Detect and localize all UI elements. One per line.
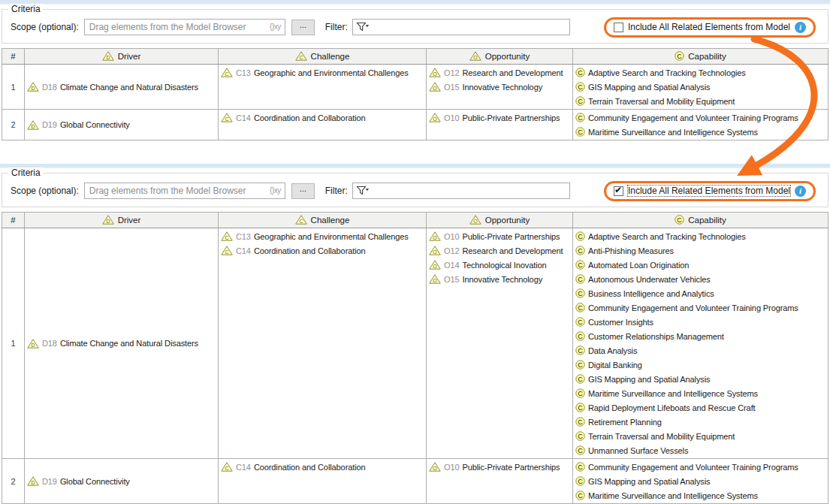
element-id: C14	[236, 113, 251, 122]
capability-item[interactable]: CGIS Mapping and Spatial Analysis	[575, 372, 825, 386]
element-id: O10	[444, 113, 460, 122]
challenge-item[interactable]: CC14Coordination and Collaboration	[221, 243, 424, 258]
row-number-cell[interactable]: 1	[2, 228, 25, 459]
opportunity-item[interactable]: OO10Public-Private Partnerships	[429, 229, 570, 243]
capability-item[interactable]: CMaritime Surveillance and Intelligence …	[575, 488, 825, 502]
opportunity-item[interactable]: OO10Public-Private Partnerships	[429, 460, 570, 474]
svg-text:O: O	[473, 55, 478, 60]
window-edge-strip	[0, 164, 830, 168]
filter-funnel-icon[interactable]	[356, 22, 370, 35]
capability-item[interactable]: CCustomer Relationships Management	[575, 329, 825, 343]
capability-item[interactable]: CTerrain Traversal and Mobility Equipmen…	[575, 429, 825, 443]
driver-item[interactable]: DD18Climate Change and Natural Disasters	[27, 337, 216, 351]
svg-text:C: C	[578, 261, 583, 269]
svg-text:C: C	[225, 235, 229, 240]
driver-item[interactable]: DD19Global Connectivity	[27, 474, 216, 488]
opportunity-item[interactable]: OO10Public-Private Partnerships	[429, 110, 570, 125]
capability-item[interactable]: CAutonomous Underwater Vehicles	[575, 272, 825, 286]
challenge-item[interactable]: CC14Coordination and Collaboration	[221, 110, 424, 125]
svg-text:C: C	[678, 216, 683, 223]
driver-item[interactable]: DD18Climate Change and Natural Disasters	[27, 80, 216, 94]
scope-input[interactable]	[84, 19, 285, 35]
capability-item[interactable]: CUnmanned Surface Vessels	[575, 443, 825, 457]
svg-text:C: C	[225, 466, 229, 471]
svg-text:C: C	[578, 318, 583, 326]
svg-text:C: C	[225, 249, 229, 255]
element-name: Terrain Traversal and Mobility Equipment	[588, 432, 735, 441]
challenge-item[interactable]: CC14Coordination and Collaboration	[221, 460, 424, 474]
capability-icon: C	[575, 288, 585, 298]
capability-item[interactable]: CBusiness Intelligence and Analytics	[575, 286, 825, 300]
svg-text:C: C	[578, 233, 583, 240]
include-checkbox-label[interactable]: Include All Related Elements from Model	[628, 22, 790, 32]
capability-item[interactable]: CAnti-Phishing Measures	[575, 243, 825, 258]
info-icon[interactable]: i	[795, 22, 806, 33]
element-name: Community Engagement and Volunteer Train…	[588, 303, 798, 312]
driver-cell: DD18Climate Change and Natural Disasters	[25, 65, 219, 110]
element-id: O12	[444, 68, 460, 77]
capability-icon: C	[575, 490, 585, 500]
opportunity-item[interactable]: OO14Technological Inovation	[429, 258, 570, 272]
svg-text:O: O	[433, 71, 437, 77]
row-number-cell[interactable]: 2	[2, 110, 25, 140]
capability-item[interactable]: CCommunity Engagement and Volunteer Trai…	[575, 110, 825, 125]
svg-text:C: C	[578, 276, 583, 283]
capability-item[interactable]: CRetirement Planning	[575, 415, 825, 429]
opportunity-icon: O	[429, 274, 441, 284]
filter-funnel-icon[interactable]	[356, 186, 370, 198]
opportunity-item[interactable]: OO15Innovative Technology	[429, 80, 570, 94]
include-checkbox-label[interactable]: Include All Related Elements from Model	[628, 186, 790, 196]
capability-item[interactable]: CGIS Mapping and Spatial Analysis	[575, 474, 825, 488]
criteria-group-label: Criteria	[8, 167, 44, 178]
capability-item[interactable]: CTerrain Traversal and Mobility Equipmen…	[575, 94, 825, 108]
row-number-cell[interactable]: 2	[2, 459, 25, 504]
capability-item[interactable]: CCustomer Insights	[575, 315, 825, 329]
capability-item[interactable]: CCommunity Engagement and Volunteer Trai…	[575, 300, 825, 315]
browse-button[interactable]: ...	[291, 183, 315, 199]
element-name: Innovative Technology	[463, 275, 543, 284]
opportunity-item[interactable]: OO12Research and Development	[429, 243, 570, 258]
challenge-icon: C	[221, 231, 233, 241]
svg-text:D: D	[32, 480, 35, 485]
svg-text:C: C	[578, 478, 583, 485]
browse-button[interactable]: ...	[291, 20, 315, 35]
challenge-cell: CC14Coordination and Collaboration	[219, 459, 427, 504]
include-checkbox[interactable]	[614, 186, 623, 196]
scope-input[interactable]	[84, 183, 285, 199]
driver-item[interactable]: DD19Global Connectivity	[27, 118, 216, 132]
capability-item[interactable]: CData Analysis	[575, 343, 825, 358]
capability-icon: C	[575, 274, 585, 284]
filter-label: Filter:	[325, 22, 348, 32]
row-number-cell[interactable]: 1	[2, 65, 25, 110]
svg-text:C: C	[578, 492, 583, 499]
opportunity-cell: OO10Public-Private PartnershipsOO12Resea…	[427, 228, 573, 459]
element-name: Geographic and Environmental Challenges	[254, 68, 409, 77]
element-id: C14	[236, 246, 251, 255]
filter-input[interactable]	[352, 183, 570, 199]
capability-item[interactable]: CGIS Mapping and Spatial Analysis	[575, 80, 825, 94]
capability-item[interactable]: CCommunity Engagement and Volunteer Trai…	[575, 460, 825, 474]
capability-item[interactable]: CAutomated Loan Origination	[575, 258, 825, 272]
element-name: Coordination and Collaboration	[254, 113, 366, 122]
svg-text:O: O	[433, 116, 437, 122]
capability-item[interactable]: CAdaptive Search and Tracking Technologi…	[575, 229, 825, 243]
challenge-item[interactable]: CC13Geographic and Environmental Challen…	[221, 65, 424, 80]
capability-item[interactable]: CDigital Banking	[575, 358, 825, 372]
opportunity-item[interactable]: OO15Innovative Technology	[429, 272, 570, 286]
capability-icon: C	[575, 96, 585, 106]
filter-input[interactable]	[352, 19, 570, 35]
opportunity-item[interactable]: OO12Research and Development	[429, 65, 570, 80]
capability-item[interactable]: CAdaptive Search and Tracking Technologi…	[575, 65, 825, 80]
capability-item[interactable]: CMaritime Surveillance and Intelligence …	[575, 386, 825, 400]
svg-text:C: C	[578, 114, 583, 122]
challenge-icon: C	[221, 113, 233, 122]
include-checkbox[interactable]	[614, 23, 623, 32]
challenge-item[interactable]: CC13Geographic and Environmental Challen…	[221, 229, 424, 243]
element-name: GIS Mapping and Spatial Analysis	[588, 375, 711, 384]
capability-item[interactable]: CRapid Deployment Lifeboats and Rescue C…	[575, 400, 825, 415]
capability-icon: C	[575, 317, 585, 327]
element-id: O12	[444, 246, 460, 255]
element-id: C13	[236, 232, 251, 241]
info-icon[interactable]: i	[795, 186, 806, 197]
capability-item[interactable]: CMaritime Surveillance and Intelligence …	[575, 125, 825, 139]
